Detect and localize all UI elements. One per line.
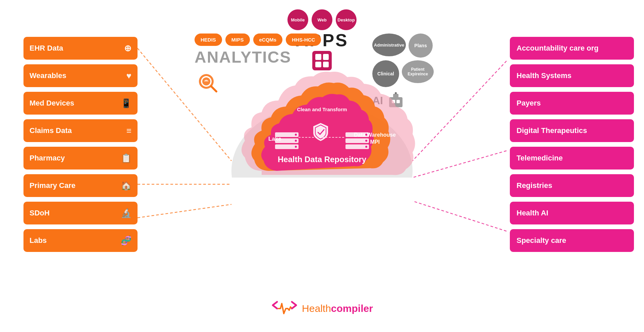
pharmacy-label: Pharmacy — [30, 154, 65, 162]
health-ai-label: Health AI — [517, 209, 548, 217]
digital-therapeutics-label: Digital Therapeutics — [517, 126, 587, 135]
list-item: Health Systems — [510, 64, 634, 87]
accountability-care-label: Accountability care org — [517, 44, 599, 53]
primary-care-label: Primary Care — [30, 181, 75, 190]
logo-brand: Healthcompiler — [302, 303, 373, 314]
list-item: Accountability care org — [510, 37, 634, 60]
specialty-care-label: Specialty care — [517, 236, 566, 245]
list-item: Primary Care 🏠 — [23, 174, 138, 197]
pharmacy-icon: 📋 — [121, 153, 131, 163]
logo-icon — [271, 300, 298, 317]
health-systems-label: Health Systems — [517, 71, 572, 80]
med-devices-icon: 📱 — [121, 98, 131, 109]
mips-bubble: MIPS — [225, 34, 250, 46]
analytics-bubbles: HEDIS MIPS eCQMs HHS-HCC — [195, 34, 321, 46]
wearables-label: Wearables — [30, 71, 66, 80]
clean-transform-text: Clean and Transform — [297, 107, 347, 112]
lake-text: Lake — [268, 136, 281, 142]
ehr-icon: ⊕ — [124, 43, 131, 54]
mobile-circle: Mobile — [287, 9, 308, 30]
administrative-circle: Administrative — [372, 34, 406, 56]
claims-icon: ≡ — [126, 126, 131, 136]
logo-area: Healthcompiler — [271, 300, 373, 317]
claims-data-label: Claims Data — [30, 126, 72, 135]
list-item: Specialty care — [510, 229, 634, 252]
list-item: Wearables ♥ — [23, 64, 138, 87]
hedis-bubble: HEDIS — [195, 34, 222, 46]
list-item: Pharmacy 📋 — [23, 147, 138, 170]
med-devices-label: Med Devices — [30, 99, 74, 108]
svg-point-20 — [295, 146, 297, 148]
svg-point-26 — [365, 146, 367, 148]
list-item: SDoH 🔬 — [23, 202, 138, 224]
telemedicine-label: Telemedicine — [517, 154, 563, 162]
ecqms-bubble: eCQMs — [253, 34, 283, 46]
svg-line-8 — [211, 86, 216, 91]
wearables-icon: ♥ — [126, 71, 131, 81]
center-area: Mobile Web Desktop APPS HEDIS MIPS — [188, 0, 456, 332]
registries-label: Registries — [517, 181, 552, 190]
left-column: EHR Data ⊕ Wearables ♥ Med Devices 📱 Cla… — [23, 37, 138, 252]
list-item: Registries — [510, 174, 634, 197]
labs-label: Labs — [30, 236, 47, 245]
list-item: Payers — [510, 92, 634, 115]
cloud-diagram: Clean and Transform Lake Data WarehouseM… — [228, 57, 416, 178]
payers-label: Payers — [517, 99, 541, 108]
ehr-data-label: EHR Data — [30, 44, 63, 53]
right-column: Accountability care org Health Systems P… — [510, 37, 634, 252]
hdr-title: Health Data Repository — [278, 155, 366, 164]
svg-point-18 — [295, 134, 297, 136]
web-circle: Web — [312, 9, 332, 30]
desktop-circle: Desktop — [336, 9, 357, 30]
labs-icon: 🧬 — [121, 236, 131, 246]
list-item: Claims Data ≡ — [23, 119, 138, 142]
sdoh-label: SDoH — [30, 209, 50, 217]
plans-circle: Plans — [409, 34, 433, 58]
list-item: Telemedicine — [510, 147, 634, 170]
primary-care-icon: 🏠 — [121, 181, 131, 191]
data-warehouse-text: Data WarehouseMPI — [354, 132, 396, 146]
list-item: EHR Data ⊕ — [23, 37, 138, 60]
sdoh-icon: 🔬 — [121, 208, 131, 218]
list-item: Med Devices 📱 — [23, 92, 138, 115]
svg-point-19 — [295, 140, 297, 142]
list-item: Health AI — [510, 202, 634, 224]
hhs-hcc-bubble: HHS-HCC — [286, 34, 321, 46]
list-item: Digital Therapeutics — [510, 119, 634, 142]
list-item: Labs 🧬 — [23, 229, 138, 252]
